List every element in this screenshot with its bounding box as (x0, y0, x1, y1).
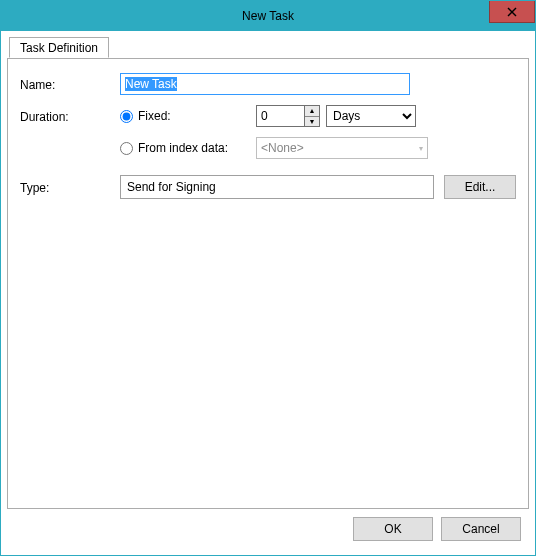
edit-button[interactable]: Edit... (444, 175, 516, 199)
label-name: Name: (20, 76, 120, 92)
duration-unit-select[interactable]: Days (326, 105, 416, 127)
radio-fixed-input[interactable] (120, 110, 133, 123)
spin-up[interactable]: ▲ (305, 106, 319, 117)
tab-panel: Name: New Task Duration: Fixed: (7, 58, 529, 509)
dialog-footer: OK Cancel (353, 517, 521, 541)
tab-strip: Task Definition (7, 37, 529, 59)
radio-fixed[interactable]: Fixed: (120, 109, 250, 123)
name-input-selection: New Task (125, 77, 177, 91)
row-type: Type: Send for Signing Edit... (20, 175, 516, 199)
radio-fixed-label: Fixed: (138, 109, 171, 123)
type-display: Send for Signing (120, 175, 434, 199)
close-button[interactable] (489, 1, 535, 23)
index-data-select: <None> ▾ (256, 137, 428, 159)
client-area: Task Definition Name: New Task Duration:… (7, 31, 529, 549)
radio-from-index-input[interactable] (120, 142, 133, 155)
cancel-button[interactable]: Cancel (441, 517, 521, 541)
row-duration-fixed: Duration: Fixed: ▲ ▼ Days (20, 105, 516, 127)
label-duration: Duration: (20, 108, 120, 124)
close-icon (507, 7, 517, 17)
fixed-value-spinner[interactable]: ▲ ▼ (256, 105, 320, 127)
title-bar: New Task (1, 1, 535, 31)
label-type: Type: (20, 179, 120, 195)
row-duration-index: From index data: <None> ▾ (20, 137, 516, 159)
chevron-down-icon: ▾ (419, 144, 423, 153)
index-data-value: <None> (261, 141, 304, 155)
radio-from-index-label: From index data: (138, 141, 228, 155)
fixed-value-input[interactable] (256, 105, 304, 127)
ok-button[interactable]: OK (353, 517, 433, 541)
type-value: Send for Signing (127, 180, 216, 194)
dialog-window: New Task Task Definition Name: New Task (0, 0, 536, 556)
radio-from-index[interactable]: From index data: (120, 141, 250, 155)
spin-down[interactable]: ▼ (305, 117, 319, 127)
name-input[interactable]: New Task (120, 73, 410, 95)
spin-buttons: ▲ ▼ (304, 105, 320, 127)
row-name: Name: New Task (20, 73, 516, 95)
tab-task-definition[interactable]: Task Definition (9, 37, 109, 58)
window-title: New Task (1, 9, 535, 23)
